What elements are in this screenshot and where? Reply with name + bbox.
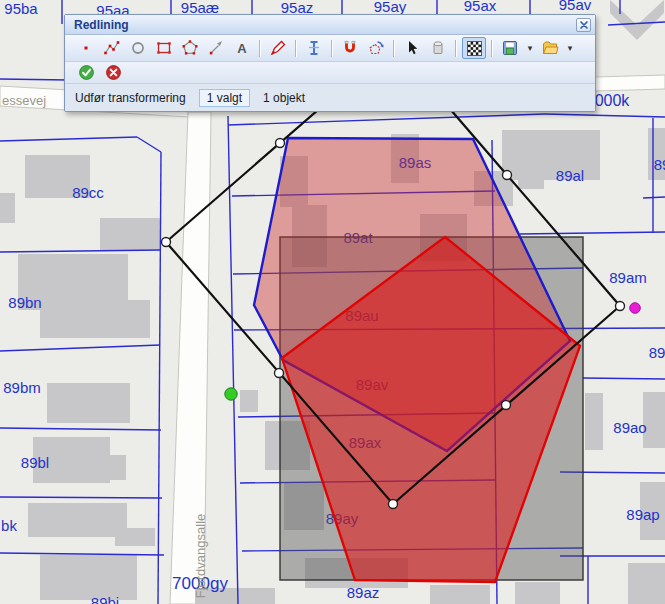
draw-rectangle-button[interactable] <box>152 37 176 59</box>
building <box>502 130 600 180</box>
dialog-titlebar[interactable]: Redlining <box>65 15 595 35</box>
draw-circle-button[interactable] <box>126 37 150 59</box>
save-icon <box>501 39 519 57</box>
confirm-button[interactable] <box>77 64 95 82</box>
parcel-label: 89 <box>654 156 665 173</box>
save-button[interactable] <box>498 37 522 59</box>
folder-icon <box>541 39 559 57</box>
magnet-icon <box>341 39 359 57</box>
draw-polygon-button[interactable] <box>178 37 202 59</box>
confirm-check-icon <box>78 64 95 81</box>
parcel-label: 89bi <box>91 594 119 604</box>
parcel-label: 89am <box>609 269 647 286</box>
building <box>585 393 603 450</box>
selected-count-badge: 1 valgt <box>199 89 250 107</box>
vertex-handle[interactable] <box>502 401 511 410</box>
parcel-label: 89ao <box>613 419 646 436</box>
marquee-select-icon <box>467 41 482 56</box>
profile-button[interactable] <box>302 37 326 59</box>
status-action-label: Udfør transformering <box>75 91 186 105</box>
chevron-down-icon: ▾ <box>568 44 573 53</box>
building <box>108 455 126 480</box>
dialog-title: Redlining <box>74 18 129 32</box>
building <box>47 383 130 423</box>
toolbar-separator <box>455 40 457 57</box>
transform-polygon-icon <box>367 39 385 57</box>
building <box>515 582 560 604</box>
close-button[interactable] <box>576 18 591 32</box>
polygon-icon <box>181 39 199 57</box>
parcel-label: 89 <box>649 344 665 361</box>
vertex-handle[interactable] <box>276 139 285 148</box>
street-label: Fjordvangsalle <box>193 514 208 599</box>
toolbar-separator <box>393 40 395 57</box>
vertex-handle[interactable] <box>389 500 398 509</box>
polyline-icon <box>103 39 121 57</box>
draw-text-button[interactable]: A <box>230 37 254 59</box>
vertex-handle[interactable] <box>616 302 625 311</box>
rectangle-icon <box>155 39 173 57</box>
circle-icon <box>129 39 147 57</box>
eraser-icon <box>429 39 447 57</box>
parcel-label: 95av <box>559 0 592 13</box>
parcel-line <box>0 79 68 80</box>
dialog-toolbar: A <box>65 35 595 62</box>
point-icon <box>77 39 95 57</box>
object-count-label: 1 objekt <box>263 91 305 105</box>
parcel-label: 89bl <box>21 454 49 471</box>
open-dropdown-button[interactable]: ▾ <box>564 37 576 59</box>
building <box>100 218 160 250</box>
magnet-snap-button[interactable] <box>338 37 362 59</box>
vertex-handle[interactable] <box>503 171 512 180</box>
cursor-icon <box>403 39 421 57</box>
profile-icon <box>305 39 323 57</box>
eraser-button[interactable] <box>426 37 450 59</box>
save-dropdown-button[interactable]: ▾ <box>524 37 536 59</box>
dialog-actions <box>65 62 595 84</box>
text-tool-icon: A <box>237 42 246 55</box>
redlining-dialog: Redlining <box>64 14 596 112</box>
draw-point-button[interactable] <box>74 37 98 59</box>
open-button[interactable] <box>538 37 562 59</box>
transform-polygon-button[interactable] <box>364 37 388 59</box>
cancel-x-icon <box>105 64 122 81</box>
building <box>628 563 665 604</box>
parcel-label: 89al <box>556 167 584 184</box>
parcel-line <box>583 378 665 379</box>
draw-arrow-button[interactable] <box>204 37 228 59</box>
building <box>28 503 127 537</box>
toolbar-separator <box>295 40 297 57</box>
building <box>0 193 15 223</box>
magenta-marker[interactable] <box>630 303 641 314</box>
select-cursor-button[interactable] <box>400 37 424 59</box>
parcel-label: 95ay <box>374 0 407 15</box>
building <box>240 390 258 412</box>
parcel-label: 000k <box>595 92 631 109</box>
parcel-line <box>643 197 665 198</box>
arrow-node-icon <box>207 39 225 57</box>
app-window: 95ba 95aa 95aæ 95az 95ay 95ax 95av essev… <box>0 0 665 604</box>
building <box>40 300 150 338</box>
vertex-handle[interactable] <box>275 369 284 378</box>
parcel-label: 89bm <box>3 379 41 396</box>
parcel-label: 89az <box>347 584 380 601</box>
toolbar-separator <box>331 40 333 57</box>
green-marker[interactable] <box>225 388 237 400</box>
parcel-label: bk <box>1 517 17 534</box>
parcel-label: 89ap <box>626 506 659 523</box>
marquee-select-button[interactable] <box>462 37 486 59</box>
building <box>40 555 137 600</box>
parcel-line <box>0 497 162 498</box>
toolbar-separator <box>259 40 261 57</box>
toolbar-separator <box>491 40 493 57</box>
parcel-label: 89cc <box>72 184 104 201</box>
vertex-handle[interactable] <box>162 238 171 247</box>
building <box>430 585 490 604</box>
parcel-label: 95ax <box>464 0 497 14</box>
pen-icon <box>269 39 287 57</box>
cancel-button[interactable] <box>104 64 122 82</box>
dialog-statusbar: Udfør transformering 1 valgt 1 objekt <box>65 84 595 111</box>
draw-polyline-button[interactable] <box>100 37 124 59</box>
building <box>115 528 155 546</box>
pick-color-button[interactable] <box>266 37 290 59</box>
